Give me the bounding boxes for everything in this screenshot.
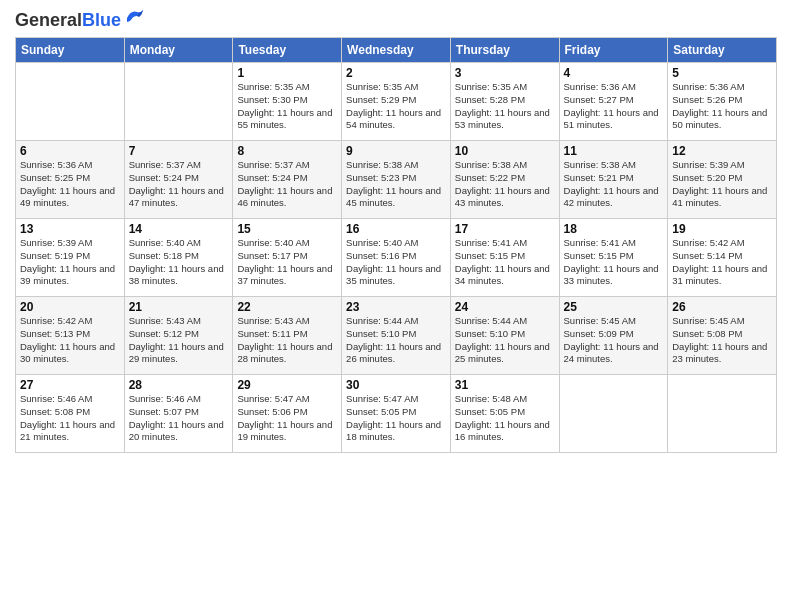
col-header-sunday: Sunday [16, 38, 125, 63]
day-cell: 12Sunrise: 5:39 AM Sunset: 5:20 PM Dayli… [668, 141, 777, 219]
day-cell: 8Sunrise: 5:37 AM Sunset: 5:24 PM Daylig… [233, 141, 342, 219]
day-info: Sunrise: 5:44 AM Sunset: 5:10 PM Dayligh… [346, 315, 446, 366]
day-number: 29 [237, 378, 337, 392]
day-info: Sunrise: 5:43 AM Sunset: 5:11 PM Dayligh… [237, 315, 337, 366]
day-info: Sunrise: 5:44 AM Sunset: 5:10 PM Dayligh… [455, 315, 555, 366]
day-number: 27 [20, 378, 120, 392]
day-info: Sunrise: 5:40 AM Sunset: 5:17 PM Dayligh… [237, 237, 337, 288]
day-number: 15 [237, 222, 337, 236]
day-cell: 13Sunrise: 5:39 AM Sunset: 5:19 PM Dayli… [16, 219, 125, 297]
day-number: 8 [237, 144, 337, 158]
col-header-saturday: Saturday [668, 38, 777, 63]
day-cell: 30Sunrise: 5:47 AM Sunset: 5:05 PM Dayli… [342, 375, 451, 453]
day-info: Sunrise: 5:39 AM Sunset: 5:19 PM Dayligh… [20, 237, 120, 288]
day-cell: 11Sunrise: 5:38 AM Sunset: 5:21 PM Dayli… [559, 141, 668, 219]
col-header-monday: Monday [124, 38, 233, 63]
logo-text: GeneralBlue [15, 10, 121, 31]
day-number: 19 [672, 222, 772, 236]
col-header-wednesday: Wednesday [342, 38, 451, 63]
day-number: 2 [346, 66, 446, 80]
day-number: 6 [20, 144, 120, 158]
day-number: 7 [129, 144, 229, 158]
day-cell: 1Sunrise: 5:35 AM Sunset: 5:30 PM Daylig… [233, 63, 342, 141]
day-info: Sunrise: 5:46 AM Sunset: 5:08 PM Dayligh… [20, 393, 120, 444]
day-number: 26 [672, 300, 772, 314]
day-cell: 24Sunrise: 5:44 AM Sunset: 5:10 PM Dayli… [450, 297, 559, 375]
day-number: 11 [564, 144, 664, 158]
day-cell: 7Sunrise: 5:37 AM Sunset: 5:24 PM Daylig… [124, 141, 233, 219]
day-cell: 4Sunrise: 5:36 AM Sunset: 5:27 PM Daylig… [559, 63, 668, 141]
day-info: Sunrise: 5:45 AM Sunset: 5:08 PM Dayligh… [672, 315, 772, 366]
day-number: 13 [20, 222, 120, 236]
week-row-2: 6Sunrise: 5:36 AM Sunset: 5:25 PM Daylig… [16, 141, 777, 219]
day-number: 25 [564, 300, 664, 314]
day-number: 12 [672, 144, 772, 158]
day-cell [124, 63, 233, 141]
day-cell [16, 63, 125, 141]
logo-bird-icon [123, 8, 145, 26]
day-info: Sunrise: 5:45 AM Sunset: 5:09 PM Dayligh… [564, 315, 664, 366]
day-number: 9 [346, 144, 446, 158]
day-number: 4 [564, 66, 664, 80]
day-cell: 31Sunrise: 5:48 AM Sunset: 5:05 PM Dayli… [450, 375, 559, 453]
week-row-5: 27Sunrise: 5:46 AM Sunset: 5:08 PM Dayli… [16, 375, 777, 453]
week-row-4: 20Sunrise: 5:42 AM Sunset: 5:13 PM Dayli… [16, 297, 777, 375]
day-number: 14 [129, 222, 229, 236]
day-info: Sunrise: 5:36 AM Sunset: 5:25 PM Dayligh… [20, 159, 120, 210]
day-cell: 22Sunrise: 5:43 AM Sunset: 5:11 PM Dayli… [233, 297, 342, 375]
logo-general: General [15, 10, 82, 30]
day-number: 10 [455, 144, 555, 158]
day-info: Sunrise: 5:47 AM Sunset: 5:05 PM Dayligh… [346, 393, 446, 444]
day-number: 31 [455, 378, 555, 392]
day-info: Sunrise: 5:41 AM Sunset: 5:15 PM Dayligh… [564, 237, 664, 288]
day-info: Sunrise: 5:36 AM Sunset: 5:27 PM Dayligh… [564, 81, 664, 132]
day-cell: 23Sunrise: 5:44 AM Sunset: 5:10 PM Dayli… [342, 297, 451, 375]
logo: GeneralBlue [15, 10, 145, 31]
day-cell: 27Sunrise: 5:46 AM Sunset: 5:08 PM Dayli… [16, 375, 125, 453]
day-info: Sunrise: 5:36 AM Sunset: 5:26 PM Dayligh… [672, 81, 772, 132]
week-row-3: 13Sunrise: 5:39 AM Sunset: 5:19 PM Dayli… [16, 219, 777, 297]
day-info: Sunrise: 5:42 AM Sunset: 5:13 PM Dayligh… [20, 315, 120, 366]
day-cell: 14Sunrise: 5:40 AM Sunset: 5:18 PM Dayli… [124, 219, 233, 297]
day-info: Sunrise: 5:35 AM Sunset: 5:29 PM Dayligh… [346, 81, 446, 132]
day-number: 24 [455, 300, 555, 314]
day-number: 16 [346, 222, 446, 236]
day-cell: 10Sunrise: 5:38 AM Sunset: 5:22 PM Dayli… [450, 141, 559, 219]
day-number: 20 [20, 300, 120, 314]
day-info: Sunrise: 5:48 AM Sunset: 5:05 PM Dayligh… [455, 393, 555, 444]
day-info: Sunrise: 5:37 AM Sunset: 5:24 PM Dayligh… [237, 159, 337, 210]
day-number: 17 [455, 222, 555, 236]
header-row: SundayMondayTuesdayWednesdayThursdayFrid… [16, 38, 777, 63]
day-number: 30 [346, 378, 446, 392]
day-info: Sunrise: 5:38 AM Sunset: 5:23 PM Dayligh… [346, 159, 446, 210]
day-info: Sunrise: 5:37 AM Sunset: 5:24 PM Dayligh… [129, 159, 229, 210]
day-cell: 6Sunrise: 5:36 AM Sunset: 5:25 PM Daylig… [16, 141, 125, 219]
day-number: 23 [346, 300, 446, 314]
main-container: GeneralBlue SundayMondayTuesdayWednesday… [0, 0, 792, 463]
calendar-table: SundayMondayTuesdayWednesdayThursdayFrid… [15, 37, 777, 453]
day-cell: 18Sunrise: 5:41 AM Sunset: 5:15 PM Dayli… [559, 219, 668, 297]
day-info: Sunrise: 5:41 AM Sunset: 5:15 PM Dayligh… [455, 237, 555, 288]
day-number: 1 [237, 66, 337, 80]
day-number: 22 [237, 300, 337, 314]
day-info: Sunrise: 5:42 AM Sunset: 5:14 PM Dayligh… [672, 237, 772, 288]
day-info: Sunrise: 5:40 AM Sunset: 5:16 PM Dayligh… [346, 237, 446, 288]
day-cell [668, 375, 777, 453]
header: GeneralBlue [15, 10, 777, 31]
day-cell: 19Sunrise: 5:42 AM Sunset: 5:14 PM Dayli… [668, 219, 777, 297]
day-cell: 20Sunrise: 5:42 AM Sunset: 5:13 PM Dayli… [16, 297, 125, 375]
day-cell: 3Sunrise: 5:35 AM Sunset: 5:28 PM Daylig… [450, 63, 559, 141]
day-cell: 21Sunrise: 5:43 AM Sunset: 5:12 PM Dayli… [124, 297, 233, 375]
col-header-thursday: Thursday [450, 38, 559, 63]
day-cell: 5Sunrise: 5:36 AM Sunset: 5:26 PM Daylig… [668, 63, 777, 141]
day-cell: 17Sunrise: 5:41 AM Sunset: 5:15 PM Dayli… [450, 219, 559, 297]
day-cell: 29Sunrise: 5:47 AM Sunset: 5:06 PM Dayli… [233, 375, 342, 453]
day-info: Sunrise: 5:35 AM Sunset: 5:28 PM Dayligh… [455, 81, 555, 132]
day-number: 3 [455, 66, 555, 80]
day-number: 18 [564, 222, 664, 236]
day-cell: 28Sunrise: 5:46 AM Sunset: 5:07 PM Dayli… [124, 375, 233, 453]
day-cell: 15Sunrise: 5:40 AM Sunset: 5:17 PM Dayli… [233, 219, 342, 297]
day-info: Sunrise: 5:39 AM Sunset: 5:20 PM Dayligh… [672, 159, 772, 210]
day-number: 5 [672, 66, 772, 80]
col-header-tuesday: Tuesday [233, 38, 342, 63]
